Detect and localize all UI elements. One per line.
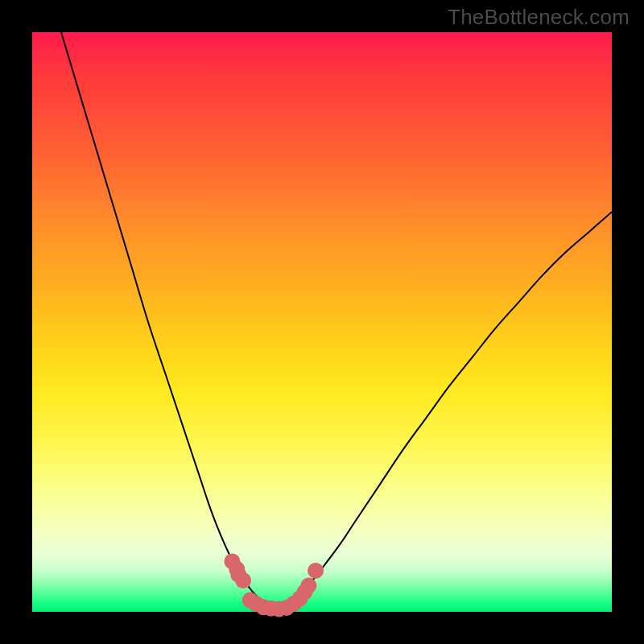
data-point — [300, 578, 316, 594]
data-point — [308, 563, 324, 579]
plot-area — [32, 32, 612, 612]
right-curve — [279, 212, 612, 609]
left-curve — [61, 32, 279, 609]
curves-svg — [32, 32, 612, 612]
data-point — [235, 572, 251, 588]
watermark-text: TheBottleneck.com — [448, 5, 630, 30]
chart-frame: TheBottleneck.com — [0, 0, 644, 644]
scatter-dots — [224, 553, 324, 617]
